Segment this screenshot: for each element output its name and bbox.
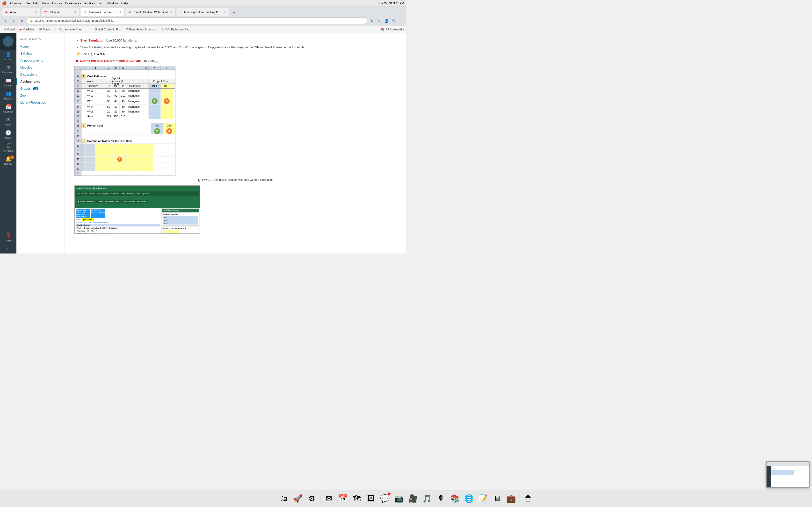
course-nav-grades[interactable]: Grades 16 [16,85,64,92]
canvas-logo[interactable]: 🐾 [0,33,16,50]
bookmark-expandable[interactable]: 📄 Expandable Roun… [53,27,87,32]
row-18-num: 18 [75,123,82,128]
bookmark-rainhaven[interactable]: R Rain Haven Atrium… [124,27,158,32]
new-tab-button[interactable]: + [231,9,238,16]
maps-favicon: 🗺 [39,28,42,31]
row15-wp5: WP.5 [86,109,105,114]
excel-ribbon-btn-3[interactable]: Input Pairwise Correlations [121,200,148,203]
course-nav-syllabus[interactable]: Syllabus [16,50,64,57]
tab-close-homework[interactable]: × [118,10,122,14]
menu-window[interactable]: Window [107,1,118,5]
url-bar[interactable]: 🔒 psu.instructure.com/courses/2265231/as… [27,17,367,24]
download-button[interactable]: ⬇ [369,18,375,24]
sidebar-item-dashboard[interactable]: ⊞ Dashboard [0,63,16,76]
ss-o: O [86,230,90,232]
ss-p: P [95,230,98,232]
youtube-label: YouTube [23,28,34,31]
reload-button[interactable]: ↻ [18,17,25,24]
hw-title: Homework 9.A: Cost Risk with Correlation [75,209,90,218]
row-21-num: 21 [75,139,82,144]
all-bookmarks-button[interactable]: 📚 All Bookmarks [381,28,404,31]
sidebar-item-notices[interactable]: 🔔 8 Notices [0,154,16,167]
course-id: 2238 - 202324FA [16,36,64,43]
tab-teaching[interactable]: 📄 Teaching Note—Teaching Pro… × [176,8,230,16]
psu-logo-circle: 🐾 [3,36,13,47]
bookmark-diy[interactable]: 🔧 DIY Bathroom Re… [159,27,193,32]
tab-homework[interactable]: 📋 Homework 9 – Team … × [80,8,125,16]
sidebar-item-help[interactable]: ❓ Help [0,231,16,244]
gmail-label: Gmail [7,28,15,31]
excel-brand: MANGT 597 Project Risk Ma... [77,187,108,189]
row15-p: 30 [120,109,127,114]
circle-2-badge: 2 [154,128,160,134]
menu-tab[interactable]: Tab [98,1,103,5]
tab-calendar[interactable]: 📅 Calendar × [41,8,80,16]
tab-close-inbox[interactable]: × [34,10,38,14]
groups-label: Groups [4,97,12,100]
sidebar-collapse-button[interactable]: ← [0,244,16,253]
mymedia-label: My Media [3,150,13,152]
profile-button[interactable]: 👤 [383,18,390,24]
section-1-label: 1 [83,75,84,78]
excel-ribbon-btn-2[interactable]: Define Correlation Matrix [96,200,120,203]
ref-hw5: Homework 5 [88,221,99,223]
circle-5-badge: 5 [117,157,122,162]
menu-profiles[interactable]: Profiles [84,1,95,5]
sidebar-item-calendar[interactable]: 📅 Calendar [0,102,16,115]
tab-favicon-teaching: 📄 [179,10,182,14]
row-12-num: 12 [75,94,82,98]
tab-inbox[interactable]: 📥 Inbox × [2,8,41,16]
course-nav-home[interactable]: Home [16,43,64,50]
course-nav-zoom[interactable]: Zoom [16,92,64,99]
menu-help[interactable]: Help [121,1,128,5]
course-nav-library[interactable]: Library Resources [16,99,64,106]
menu-file[interactable]: File [24,1,30,5]
menu-edit[interactable]: Edit [33,1,39,5]
excel-ribbon-btn-1[interactable]: ▶ Select Variables [77,200,95,203]
sidebar-item-inbox[interactable]: ✉ Inbox [0,115,16,128]
row-8-num: 8 [75,74,82,79]
bookmark-youtube[interactable]: ▶ YouTube [18,27,36,32]
course-nav-assignments[interactable]: Assignments [16,78,64,85]
sidebar-item-mymedia[interactable]: 🎬 My Media [0,141,16,154]
sidebar-item-groups[interactable]: 👥 Groups [0,89,16,102]
tab-close-calendar[interactable]: × [73,10,77,14]
help-label: Help [6,239,11,242]
forward-button[interactable]: › [10,17,17,24]
sidebar-item-courses[interactable]: 📖 Courses [0,76,16,89]
extensions-button[interactable]: 🔧 [391,18,397,24]
bookmark-digital[interactable]: 📄 Digital Content | P… [88,27,123,32]
menu-bookmarks[interactable]: Bookmarks [65,1,81,5]
bookmark-maps[interactable]: 🗺 Maps [37,27,52,32]
menu-view[interactable]: View [42,1,49,5]
menu-history[interactable]: History [52,1,62,5]
row-7-num: 7 [75,70,82,74]
row15-dist: Triangular [127,109,144,114]
course-nav-modules[interactable]: Modules [16,64,64,71]
bookmark-gmail[interactable]: ✉ Gmail [2,27,17,32]
bookmark-star-button[interactable]: ☆ [376,18,382,24]
risk-correlation-panel: Define Correlation Matrix [162,226,199,233]
tab-remote[interactable]: 🖥 Remote Desktop Web Client × [125,8,176,16]
sidebar-item-account[interactable]: 👤 Account [0,50,16,63]
apple-menu[interactable]: 🍎 [2,1,7,6]
back-button[interactable]: ‹ [2,17,9,24]
menu-chrome[interactable]: Chrome [10,1,21,5]
course-nav-discussions[interactable]: Discussions [16,71,64,78]
bookmarks-bar: ✉ Gmail ▶ YouTube 🗺 Maps 📄 Expandable Ro… [0,25,406,33]
course-nav-announcements[interactable]: Announcements [16,57,64,64]
digital-favicon: 📄 [90,28,94,31]
excel-sheet-area: Homework 9.A: Cost Risk with Correlation… [75,208,200,233]
row-26-num: 26 [75,163,82,167]
tab-close-teaching[interactable]: × [223,10,227,14]
chrome-window: 📥 Inbox × 📅 Calendar × 📋 Homework 9 – Te… [0,7,406,253]
tab-favicon-inbox: 📥 [5,10,8,14]
row-15-num: 15 [75,109,82,114]
row11-p: 50 [120,89,127,93]
sidebar-item-history[interactable]: 🕐 History [0,128,16,141]
ss-pack: Packages [75,230,86,232]
col-header-f: F [127,66,144,69]
tab-close-remote[interactable]: × [169,10,173,14]
menu-dots-button[interactable]: ⋮ [398,18,404,24]
excel-sheet: Homework 9.A: Cost Risk with Correlation… [75,208,161,233]
